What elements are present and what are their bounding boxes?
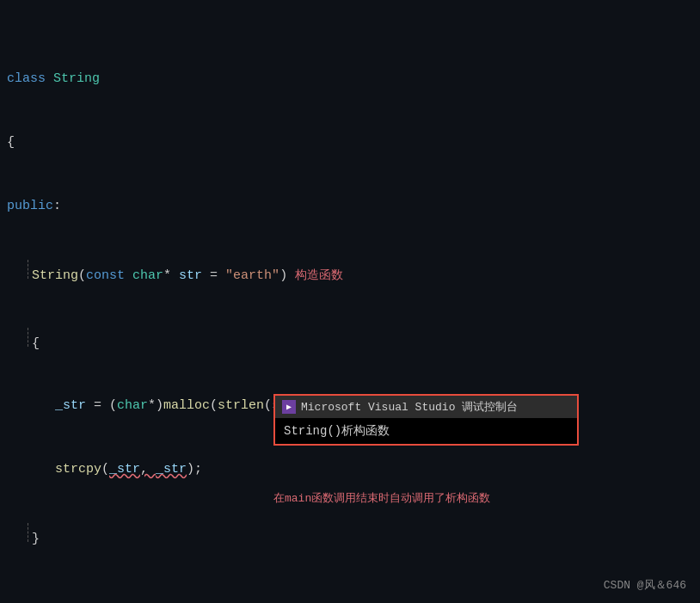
indent-guide [28,523,28,542]
code-line-1: class String [0,69,700,91]
vs-icon: ▶ [282,400,296,414]
indent-guide [28,260,28,279]
code-editor: class String { public: String(const char… [0,0,700,603]
vs-debug-popup: ▶ Microsoft Visual Studio 调试控制台 String()… [273,394,579,446]
popup-body: String()析构函数 [275,418,577,444]
code-line-5: { [0,328,700,354]
popup-output: String()析构函数 [284,424,390,438]
code-line-7: strcpy(_str, _str); [0,459,700,482]
kw-class: class [7,69,53,89]
popup-title-bar: ▶ Microsoft Visual Studio 调试控制台 [275,396,577,418]
code-line-2: { [0,132,700,155]
code-line-8: } [0,523,700,550]
code-line-9 [0,591,700,603]
annotation-text: 在main函数调用结束时自动调用了析构函数 [273,490,490,506]
watermark: CSDN @风＆646 [604,577,686,593]
code-line-4: String(const char* str = "earth") 构造函数 [0,260,700,286]
indent-guide [28,328,28,347]
popup-title-text: Microsoft Visual Studio 调试控制台 [301,399,518,415]
code-line-3: public: [0,196,700,218]
